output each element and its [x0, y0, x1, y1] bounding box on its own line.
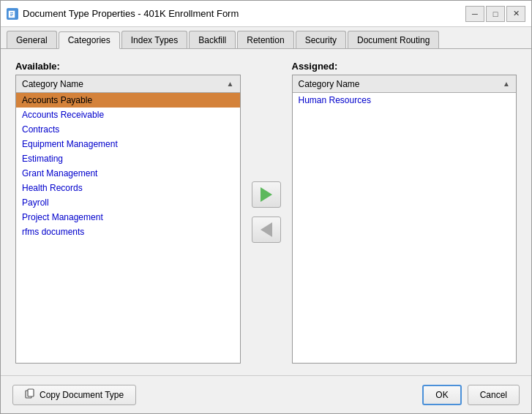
- svg-rect-2: [10, 14, 13, 15]
- available-list-item[interactable]: Project Management: [16, 210, 240, 225]
- ok-button[interactable]: OK: [422, 385, 461, 405]
- available-column-header: Category Name: [22, 79, 83, 89]
- available-items: Accounts PayableAccounts ReceivableContr…: [16, 93, 240, 239]
- move-right-button[interactable]: [252, 181, 281, 208]
- available-list-header: Category Name ▲: [16, 75, 240, 93]
- available-label: Available:: [15, 61, 241, 72]
- available-list-item[interactable]: rfms documents: [16, 225, 240, 239]
- available-panel: Available: Category Name ▲ Accounts Paya…: [15, 61, 241, 364]
- available-list-item[interactable]: Contracts: [16, 122, 240, 137]
- minimize-button[interactable]: ─: [465, 6, 484, 22]
- tab-backfill[interactable]: Backfill: [189, 31, 236, 48]
- arrows-column: [241, 61, 292, 364]
- tabs-bar: GeneralCategoriesIndex TypesBackfillRete…: [1, 27, 531, 49]
- assigned-label: Assigned:: [292, 61, 517, 72]
- cancel-button[interactable]: Cancel: [468, 385, 520, 405]
- main-content: Available: Category Name ▲ Accounts Paya…: [1, 49, 531, 375]
- assigned-items: Human Resources: [293, 93, 517, 108]
- footer-left: Copy Document Type: [12, 385, 136, 405]
- available-list-item[interactable]: Equipment Management: [16, 137, 240, 151]
- available-list-item[interactable]: Payroll: [16, 195, 240, 210]
- tab-document-routing[interactable]: Document Routing: [348, 31, 439, 48]
- available-list-container: Category Name ▲ Accounts PayableAccounts…: [15, 75, 241, 364]
- available-list-item[interactable]: Accounts Receivable: [16, 108, 240, 122]
- tab-general[interactable]: General: [7, 31, 57, 48]
- svg-rect-3: [10, 15, 12, 16]
- copy-button-label: Copy Document Type: [40, 390, 124, 400]
- left-arrow-icon: [261, 222, 272, 237]
- assigned-list-header: Category Name ▲: [293, 75, 517, 93]
- available-list-item[interactable]: Estimating: [16, 151, 240, 166]
- window-controls: ─ □ ✕: [465, 6, 525, 22]
- main-window: Document Type Properties - 401K Enrollme…: [0, 0, 532, 414]
- title-bar: Document Type Properties - 401K Enrollme…: [1, 1, 531, 27]
- right-arrow-icon: [261, 187, 272, 202]
- assigned-scroll-arrow: ▲: [503, 80, 510, 88]
- footer: Copy Document Type OK Cancel: [1, 375, 531, 413]
- assigned-column-header: Category Name: [299, 79, 360, 89]
- footer-right: OK Cancel: [422, 385, 520, 405]
- window-icon: [7, 8, 18, 20]
- tab-index-types[interactable]: Index Types: [121, 31, 188, 48]
- copy-document-type-button[interactable]: Copy Document Type: [12, 385, 136, 405]
- tab-categories[interactable]: Categories: [59, 31, 120, 49]
- tab-security[interactable]: Security: [296, 31, 346, 48]
- available-list-item[interactable]: Grant Management: [16, 166, 240, 181]
- svg-rect-1: [10, 12, 13, 13]
- window-title: Document Type Properties - 401K Enrollme…: [23, 8, 465, 19]
- assigned-list-item[interactable]: Human Resources: [293, 93, 517, 108]
- svg-rect-5: [28, 389, 34, 396]
- copy-icon: [25, 388, 35, 401]
- move-left-button[interactable]: [252, 217, 281, 243]
- assigned-list-container: Category Name ▲ Human Resources: [292, 75, 517, 364]
- available-list-item[interactable]: Accounts Payable: [16, 93, 240, 108]
- available-scroll-arrow: ▲: [227, 80, 234, 88]
- close-button[interactable]: ✕: [506, 6, 525, 22]
- assigned-panel: Assigned: Category Name ▲ Human Resource…: [292, 61, 517, 364]
- available-list-item[interactable]: Health Records: [16, 181, 240, 195]
- maximize-button[interactable]: □: [486, 6, 505, 22]
- tab-retention[interactable]: Retention: [237, 31, 293, 48]
- panels-row: Available: Category Name ▲ Accounts Paya…: [15, 61, 517, 364]
